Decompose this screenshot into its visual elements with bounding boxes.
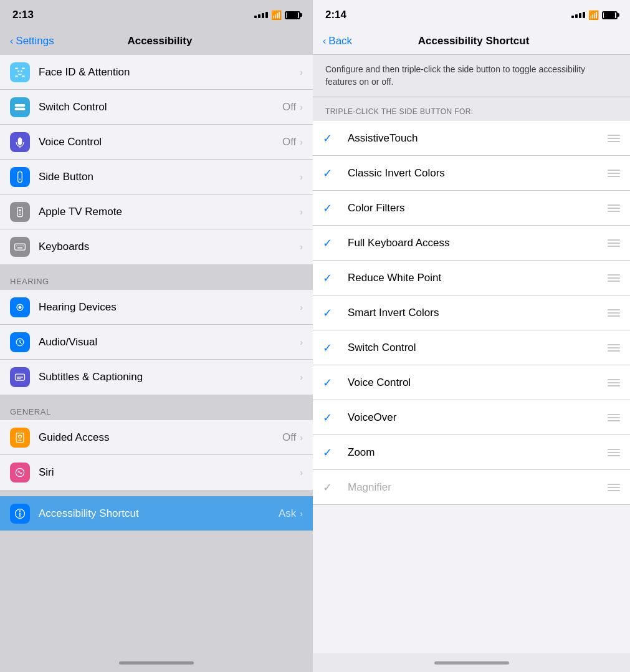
check-icon-6: ✓ <box>323 341 340 355</box>
cell-side-button[interactable]: Side Button › <box>0 160 313 194</box>
shortcut-item-10[interactable]: ✓ Magnifier <box>313 470 630 505</box>
cell-keyboards[interactable]: Keyboards › <box>0 229 313 264</box>
svg-rect-2 <box>16 75 18 77</box>
shortcut-item-5[interactable]: ✓ Smart Invert Colors <box>313 295 630 330</box>
shortcut-item-1[interactable]: ✓ Classic Invert Colors <box>313 156 630 191</box>
shortcut-label-9: Zoom <box>348 446 603 459</box>
check-icon-0: ✓ <box>323 132 340 145</box>
back-button-right[interactable]: ‹ Back <box>323 35 352 47</box>
nav-bar-left: ‹ Settings Accessibility <box>0 27 313 55</box>
svg-rect-9 <box>18 171 22 182</box>
signal-left <box>254 12 268 18</box>
svg-rect-6 <box>15 104 26 107</box>
hearing-devices-icon <box>10 297 30 317</box>
svg-point-4 <box>17 70 19 72</box>
check-icon-5: ✓ <box>323 306 340 320</box>
check-icon-10: ✓ <box>323 481 340 494</box>
nav-bar-right: ‹ Back Accessibility Shortcut <box>313 27 630 55</box>
cell-label-face-id: Face ID & Attention <box>39 66 300 79</box>
chevron-voice-control: › <box>300 137 303 147</box>
shortcut-item-8[interactable]: ✓ VoiceOver <box>313 400 630 435</box>
cell-label-voice-control: Voice Control <box>39 136 282 148</box>
description-text: Configure and then triple-click the side… <box>325 64 618 88</box>
shortcut-label-1: Classic Invert Colors <box>348 167 603 180</box>
drag-handle-2[interactable] <box>608 204 620 212</box>
status-icons-left: 📶 <box>254 10 300 20</box>
nav-title-right: Accessibility Shortcut <box>352 35 595 47</box>
cell-switch-control[interactable]: Switch Control Off › <box>0 90 313 125</box>
chevron-hearing-devices: › <box>300 302 303 312</box>
phone-left: 2:13 📶 ‹ Settings Accessibility <box>0 0 313 672</box>
back-button-left[interactable]: ‹ Settings <box>10 35 54 47</box>
shortcut-item-2[interactable]: ✓ Color Filters <box>313 191 630 226</box>
check-icon-2: ✓ <box>323 201 340 215</box>
cell-label-accessibility-shortcut: Accessibility Shortcut <box>39 507 279 520</box>
phone-right: 2:14 📶 ‹ Back Accessibility Shortcut Con… <box>313 0 630 672</box>
drag-handle-5[interactable] <box>608 309 620 317</box>
general-section-header: GENERAL <box>0 395 313 420</box>
svg-rect-0 <box>16 67 18 69</box>
shortcut-item-4[interactable]: ✓ Reduce White Point <box>313 261 630 295</box>
back-label-right[interactable]: Back <box>328 35 352 47</box>
cell-voice-control[interactable]: Voice Control Off › <box>0 125 313 160</box>
cell-label-siri: Siri <box>39 466 300 479</box>
svg-rect-7 <box>15 107 26 110</box>
drag-handle-10[interactable] <box>608 484 620 491</box>
check-icon-1: ✓ <box>323 166 340 180</box>
cell-subtitles[interactable]: Subtitles & Captioning › <box>0 360 313 395</box>
svg-rect-27 <box>16 433 24 442</box>
svg-point-32 <box>19 510 21 512</box>
drag-handle-0[interactable] <box>608 135 620 142</box>
drag-handle-1[interactable] <box>608 170 620 177</box>
cell-audio-visual[interactable]: Audio/Visual › <box>0 325 313 360</box>
home-bar-right <box>434 661 509 665</box>
face-id-icon <box>10 62 30 82</box>
home-indicator-right[interactable] <box>313 653 630 672</box>
chevron-switch-control: › <box>300 102 303 112</box>
siri-icon <box>10 463 30 482</box>
back-label-left[interactable]: Settings <box>16 35 54 47</box>
chevron-back-icon-left: ‹ <box>10 36 13 47</box>
svg-rect-3 <box>22 75 24 77</box>
drag-handle-3[interactable] <box>608 239 620 247</box>
side-button-icon <box>10 167 30 187</box>
cell-apple-tv[interactable]: Apple TV Remote › <box>0 194 313 229</box>
drag-handle-4[interactable] <box>608 274 620 282</box>
audio-visual-icon <box>10 332 30 352</box>
triple-click-header: TRIPLE-CLICK THE SIDE BUTTON FOR: <box>313 97 630 121</box>
cell-label-audio-visual: Audio/Visual <box>39 336 300 348</box>
cell-guided-access[interactable]: Guided Access Off › <box>0 420 313 455</box>
cell-label-side-button: Side Button <box>39 171 300 183</box>
cell-accessibility-shortcut[interactable]: Accessibility Shortcut Ask › <box>0 496 313 531</box>
cell-face-id[interactable]: Face ID & Attention › <box>0 55 313 90</box>
check-icon-3: ✓ <box>323 236 340 250</box>
check-icon-7: ✓ <box>323 376 340 390</box>
chevron-keyboards: › <box>300 242 303 252</box>
home-indicator-left[interactable] <box>0 653 313 672</box>
shortcut-item-9[interactable]: ✓ Zoom <box>313 435 630 470</box>
shortcut-item-6[interactable]: ✓ Switch Control <box>313 330 630 365</box>
wifi-icon-right: 📶 <box>588 10 599 20</box>
svg-point-28 <box>19 434 22 438</box>
shortcut-item-7[interactable]: ✓ Voice Control <box>313 365 630 400</box>
shortcut-label-3: Full Keyboard Access <box>348 237 603 249</box>
shortcut-item-3[interactable]: ✓ Full Keyboard Access <box>313 226 630 261</box>
cell-label-guided-access: Guided Access <box>39 431 282 444</box>
keyboards-icon <box>10 237 30 257</box>
drag-handle-6[interactable] <box>608 344 620 352</box>
cell-siri[interactable]: Siri › <box>0 455 313 490</box>
accessibility-shortcut-icon <box>10 504 30 524</box>
drag-handle-9[interactable] <box>608 449 620 456</box>
drag-handle-7[interactable] <box>608 379 620 386</box>
chevron-face-id: › <box>300 67 303 77</box>
subtitles-icon <box>10 367 30 387</box>
shortcut-item-0[interactable]: ✓ AssistiveTouch <box>313 121 630 156</box>
cell-hearing-devices[interactable]: Hearing Devices › <box>0 290 313 325</box>
svg-rect-11 <box>17 207 22 216</box>
drag-handle-8[interactable] <box>608 414 620 421</box>
chevron-accessibility-shortcut: › <box>300 509 303 519</box>
chevron-guided-access: › <box>300 433 303 443</box>
cell-value-accessibility-shortcut: Ask <box>279 507 296 520</box>
shortcut-label-6: Switch Control <box>348 342 603 354</box>
status-bar-right: 2:14 📶 <box>313 0 630 27</box>
